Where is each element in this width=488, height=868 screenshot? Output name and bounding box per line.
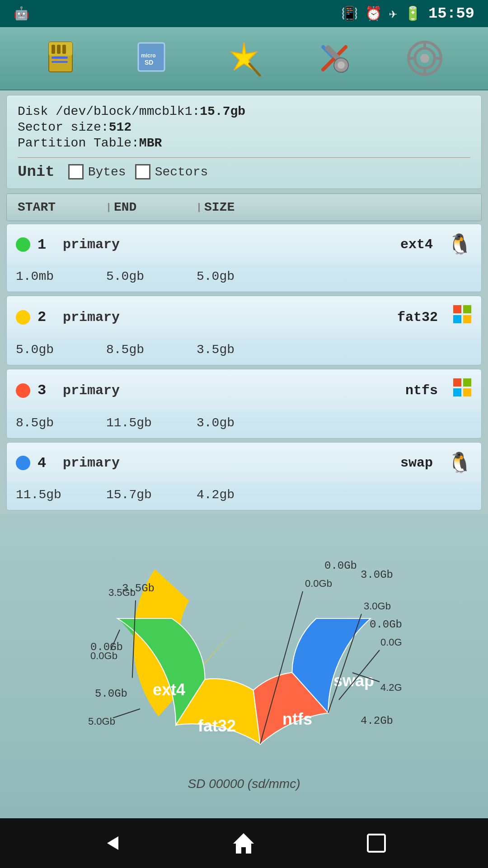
col-size-header: SIZE (198, 200, 470, 214)
chart-label-42gb: 4.2Gb (361, 715, 393, 727)
svg-marker-34 (107, 836, 118, 850)
home-button[interactable] (228, 827, 260, 859)
partition-start-3: 8.5gb (16, 416, 106, 430)
back-button[interactable] (96, 827, 127, 859)
status-right: 📳 ⏰ ✈ 🔋 15:59 (341, 5, 474, 22)
svg-rect-3 (57, 45, 61, 54)
magic-button[interactable] (224, 38, 264, 79)
svg-point-20 (420, 54, 429, 63)
svg-point-17 (338, 61, 345, 69)
svg-rect-23 (408, 57, 416, 60)
svg-rect-28 (463, 315, 471, 323)
partition-main-row-4: 4 primary swap 🐧 (7, 443, 481, 483)
col-end-header: END (108, 200, 198, 214)
partition-start-2: 5.0gb (16, 343, 106, 357)
svg-rect-6 (52, 61, 68, 63)
partition-type-4: primary (63, 455, 393, 471)
partition-type-1: primary (63, 237, 393, 252)
svg-rect-36 (368, 835, 385, 852)
chart-area: 0.0Gb 3.0Gb 0.0Gb 3.5Gb 0.0Gb 5.0Gb 4.2G… (0, 514, 488, 818)
donut-segments: ext4 fat32 ntfs (117, 618, 374, 744)
partition-card-1[interactable]: 1 primary ext4 🐧 1.0mb 5.0gb 5.0gb (6, 224, 482, 292)
disk-info-panel: Disk /dev/block/mmcblk1:15.7gb Sector si… (6, 95, 482, 189)
svg-rect-25 (453, 305, 461, 313)
unit-row: Unit Bytes Sectors (18, 157, 470, 180)
chart-wrapper: 0.0Gb 3.0Gb 0.0Gb 3.5Gb 0.0Gb 5.0Gb 4.2G… (86, 546, 402, 772)
bytes-checkbox-box[interactable] (68, 164, 84, 179)
partition-size-row-2: 5.0gb 8.5gb 3.5gb (7, 338, 481, 365)
chart-label-0gb-right: 0.0Gb (370, 618, 402, 631)
donut-chart: ext4 fat32 ntfs (86, 546, 402, 772)
partition-card-4[interactable]: 4 primary swap 🐧 11.5gb 15.7gb 4.2gb (6, 442, 482, 510)
partition-fs-4: swap (400, 455, 433, 471)
partition-main-row-3: 3 primary ntfs (7, 369, 481, 411)
partition-end-1: 5.0gb (106, 269, 197, 283)
partition-start-1: 1.0mb (16, 269, 106, 283)
sectors-label: Sectors (155, 165, 208, 179)
recent-button[interactable] (361, 827, 392, 859)
partition-card-3[interactable]: 3 primary ntfs 8.5gb 11.5gb 3.0gb (6, 369, 482, 439)
partition-table-line: Partition Table:MBR (18, 136, 470, 150)
battery-icon: 🔋 (404, 5, 421, 22)
partition-end-3: 11.5gb (106, 416, 197, 430)
outer-label-0gb-top: 0.0Gb (305, 578, 332, 589)
chart-label-35gb: 3.5Gb (122, 582, 155, 594)
partition-size-row-4: 11.5gb 15.7gb 4.2gb (7, 483, 481, 510)
status-time: 15:59 (428, 5, 474, 22)
swap-label: swap (333, 671, 374, 690)
sector-size-value: 512 (109, 120, 131, 134)
svg-text:SD: SD (145, 59, 153, 66)
status-bar: 🤖 📳 ⏰ ✈ 🔋 15:59 (0, 0, 488, 27)
toolbar: micro SD (0, 27, 488, 90)
partition-fs-2: fat32 (397, 310, 438, 325)
svg-rect-5 (52, 57, 68, 59)
svg-rect-26 (463, 305, 471, 313)
microsd-button[interactable]: micro SD (133, 38, 174, 79)
partition-num-2: 2 (38, 309, 56, 326)
disk-size: 15.7gb (200, 104, 245, 118)
partition-main-row-1: 1 primary ext4 🐧 (7, 224, 481, 265)
col-start-header: START (18, 200, 108, 214)
partition-size-row-3: 8.5gb 11.5gb 3.0gb (7, 411, 481, 438)
chart-label-5gb: 5.0Gb (95, 688, 127, 700)
settings-button[interactable] (404, 38, 445, 79)
partition-dot-1 (16, 237, 30, 252)
nav-bar (0, 818, 488, 868)
svg-rect-4 (62, 45, 66, 54)
outer-label-3gb: 3.0Gb (364, 600, 391, 612)
svg-rect-24 (434, 57, 441, 60)
partition-list: 1 primary ext4 🐧 1.0mb 5.0gb 5.0gb 2 pri… (0, 224, 488, 514)
partition-num-4: 4 (38, 455, 56, 472)
ntfs-label: ntfs (282, 710, 312, 728)
partition-num-1: 1 (38, 236, 56, 253)
alarm-icon: ⏰ (365, 5, 382, 22)
sector-size-line: Sector size:512 (18, 120, 470, 134)
fat32-label: fat32 (198, 717, 236, 735)
outer-label-0gb-right: 0.0Gb (380, 637, 402, 648)
svg-rect-31 (453, 388, 461, 396)
partition-dot-2 (16, 310, 30, 325)
partition-table-value: MBR (139, 136, 162, 150)
ext4-label: ext4 (153, 680, 185, 699)
partition-type-3: primary (63, 383, 398, 398)
partition-size-4: 4.2gb (197, 488, 472, 502)
sectors-checkbox[interactable]: Sectors (135, 164, 208, 179)
chart-label-0gb-left: 0.0Gb (90, 641, 123, 653)
bytes-label: Bytes (88, 165, 126, 179)
svg-rect-22 (423, 67, 426, 75)
partition-dot-4 (16, 456, 30, 470)
partition-size-2: 3.5gb (197, 343, 472, 357)
partition-end-2: 8.5gb (106, 343, 197, 357)
svg-text:micro: micro (141, 52, 156, 59)
chart-title: SD 00000 (sd/mmc) (188, 777, 300, 791)
tools-button[interactable] (314, 38, 355, 79)
partition-num-3: 3 (38, 382, 56, 399)
status-left: 🤖 (14, 6, 29, 21)
partition-card-2[interactable]: 2 primary fat32 5.0gb 8.5gb 3.5gb (6, 296, 482, 365)
disk-path-line: Disk /dev/block/mmcblk1:15.7gb (18, 104, 470, 118)
sectors-checkbox-box[interactable] (135, 164, 150, 179)
sdcard-button[interactable] (43, 38, 84, 79)
bytes-checkbox[interactable]: Bytes (68, 164, 126, 179)
partition-fs-1: ext4 (400, 237, 433, 252)
partition-fs-3: ntfs (405, 383, 438, 398)
